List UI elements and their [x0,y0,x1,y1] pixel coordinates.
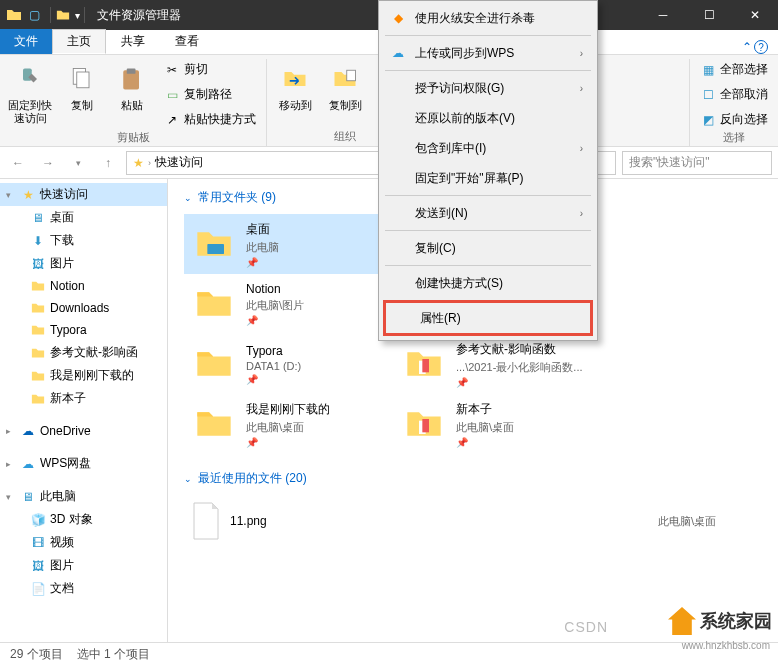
download-icon: ⬇ [30,233,46,249]
paste-button[interactable]: 粘贴 [110,59,154,130]
pin-icon: 📌 [246,374,301,385]
folder-icon [30,368,46,384]
cm-huorong[interactable]: ◆使用火绒安全进行杀毒 [381,3,595,33]
tile-location: DATA1 (D:) [246,360,301,372]
wps-icon: ☁ [20,456,36,472]
invert-button[interactable]: ◩反向选择 [696,109,772,130]
csdn-watermark: CSDN [564,619,608,635]
sidebar-item-newbook[interactable]: 新本子 [0,387,167,410]
sidebar-item-quickaccess[interactable]: ▾★快速访问 [0,183,167,206]
selectnone-icon: ☐ [700,87,716,103]
folder-icon [400,400,448,448]
folder-tile[interactable]: 桌面此电脑📌 [184,214,394,274]
tile-name: 我是刚刚下载的 [246,401,330,418]
copyto-button[interactable]: 复制到 [323,59,367,129]
folder-tile[interactable]: TyporaDATA1 (D:)📌 [184,334,394,394]
tile-name: Notion [246,282,304,296]
path-icon: ▭ [164,87,180,103]
cm-sendto[interactable]: 发送到(N)› [381,198,595,228]
sidebar-item-onedrive[interactable]: ▸☁OneDrive [0,420,167,442]
copy-button[interactable]: 复制 [60,59,104,130]
folder-icon [30,278,46,294]
up-button[interactable]: ↑ [96,151,120,175]
folder-tile[interactable]: 参考文献-影响函数...\2021-最小化影响函数...📌 [394,334,604,394]
svg-rect-13 [422,419,429,432]
folder-icon [190,340,238,388]
file-location: 此电脑\桌面 [658,514,716,529]
picture-icon: 🖼 [30,256,46,272]
pin-icon: 📌 [456,437,514,448]
sidebar-item-thispc[interactable]: ▾🖥此电脑 [0,485,167,508]
back-button[interactable]: ← [6,151,30,175]
recent-file[interactable]: 11.png此电脑\桌面 [184,495,762,547]
selectall-icon: ▦ [700,62,716,78]
cut-button[interactable]: ✂剪切 [160,59,260,80]
folder-small-icon [55,7,71,23]
sidebar-item-pictures2[interactable]: 🖼图片 [0,554,167,577]
cm-copy[interactable]: 复制(C) [381,233,595,263]
save-icon[interactable]: ▢ [26,7,42,23]
tile-location: 此电脑\图片 [246,298,304,313]
sidebar-item-typora[interactable]: Typora [0,319,167,341]
cm-pin-start[interactable]: 固定到"开始"屏幕(P) [381,163,595,193]
sidebar-item-downloads[interactable]: ⬇下载 [0,229,167,252]
tile-name: Typora [246,344,301,358]
view-tab[interactable]: 查看 [160,29,214,54]
chevron-right-icon: › [580,208,583,219]
sidebar-item-iam[interactable]: 我是刚刚下载的 [0,364,167,387]
moveto-icon [279,63,311,95]
tile-name: 新本子 [456,401,514,418]
selectnone-button[interactable]: ☐全部取消 [696,84,772,105]
paste-shortcut-button[interactable]: ↗粘贴快捷方式 [160,109,260,130]
share-tab[interactable]: 共享 [106,29,160,54]
folder-tile[interactable]: 我是刚刚下载的此电脑\桌面📌 [184,394,394,454]
cm-shortcut[interactable]: 创建快捷方式(S) [381,268,595,298]
tile-name: 桌面 [246,221,279,238]
home-tab[interactable]: 主页 [52,29,106,54]
folder-icon [6,7,22,23]
scissors-icon: ✂ [164,62,180,78]
cm-wps-upload[interactable]: ☁上传或同步到WPS› [381,38,595,68]
pin-icon: 📌 [246,437,330,448]
copypath-button[interactable]: ▭复制路径 [160,84,260,105]
sidebar-item-notion[interactable]: Notion [0,275,167,297]
close-button[interactable]: ✕ [732,0,778,30]
desktop-icon: 🖥 [30,210,46,226]
selectall-button[interactable]: ▦全部选择 [696,59,772,80]
cm-include[interactable]: 包含到库中(I)› [381,133,595,163]
sidebar-item-desktop[interactable]: 🖥桌面 [0,206,167,229]
folder-icon [30,391,46,407]
folder-tile[interactable]: 新本子此电脑\桌面📌 [394,394,604,454]
folder-icon [190,400,238,448]
sidebar-item-wps[interactable]: ▸☁WPS网盘 [0,452,167,475]
minimize-button[interactable]: ─ [640,0,686,30]
selected-count: 选中 1 个项目 [77,646,150,663]
recent-files-header[interactable]: ⌄最近使用的文件 (20) [184,470,762,487]
recent-dropdown[interactable]: ▾ [66,151,90,175]
cm-restore[interactable]: 还原以前的版本(V) [381,103,595,133]
copyto-icon [329,63,361,95]
sidebar-item-refs[interactable]: 参考文献-影响函 [0,341,167,364]
cm-properties[interactable]: 属性(R) [386,303,590,333]
folder-icon [30,322,46,338]
forward-button[interactable]: → [36,151,60,175]
folder-tile[interactable]: Notion此电脑\图片📌 [184,274,394,334]
sidebar-item-pictures[interactable]: 🖼图片 [0,252,167,275]
maximize-button[interactable]: ☐ [686,0,732,30]
help-button[interactable]: ⌃ ? [742,40,768,54]
context-menu: ◆使用火绒安全进行杀毒 ☁上传或同步到WPS› 授予访问权限(G)› 还原以前的… [378,0,598,341]
tile-name: 参考文献-影响函数 [456,341,583,358]
sidebar-item-videos[interactable]: 🎞视频 [0,531,167,554]
tile-location: 此电脑\桌面 [246,420,330,435]
sidebar-item-docs[interactable]: 📄文档 [0,577,167,600]
sidebar-item-3d[interactable]: 🧊3D 对象 [0,508,167,531]
cm-grant-access[interactable]: 授予访问权限(G)› [381,73,595,103]
moveto-button[interactable]: 移动到 [273,59,317,129]
sidebar-item-downloads2[interactable]: Downloads [0,297,167,319]
file-tab[interactable]: 文件 [0,29,52,54]
pin-icon: 📌 [246,257,279,268]
window-title: 文件资源管理器 [97,7,181,24]
search-input[interactable]: 搜索"快速访问" [622,151,772,175]
site-watermark: 系统家园 [668,607,772,635]
pin-quickaccess-button[interactable]: 固定到快 速访问 [6,59,54,130]
